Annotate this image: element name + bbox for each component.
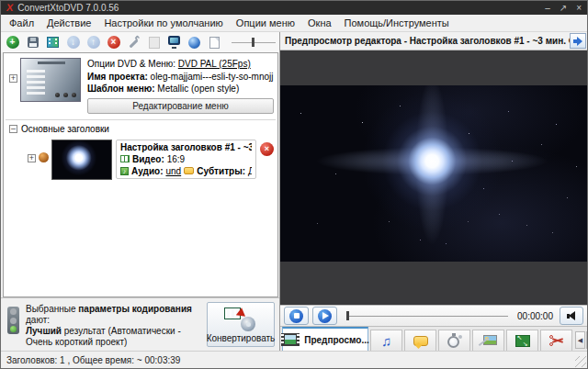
preview-panel: Предпросмотр редактора - Настройка загол… (279, 32, 587, 351)
title-heading: Настройка заголовков #1 - ~3 мин. Ф... (120, 141, 252, 153)
volume-button[interactable] (560, 307, 583, 325)
preview-monitor-button[interactable] (167, 36, 181, 50)
title-card: Настройка заголовков #1 - ~3 мин. Ф... В… (116, 140, 256, 179)
convert-button[interactable]: Конвертировать (207, 302, 275, 347)
zoom-slider[interactable] (232, 36, 276, 49)
editor-tabs: Предпросмо... ♫ ↖↘ ◀ ▶ (280, 326, 587, 351)
video-line: Видео: 16:9 (120, 153, 252, 165)
menu-bar: Файл Действие Настройки по умолчанию Опц… (1, 15, 587, 32)
tab-scroll-right-button[interactable]: ▶ (586, 331, 587, 349)
dvd-options-line: Опции DVD & Меню: DVD PAL (25Fps) (87, 59, 251, 69)
move-up-button[interactable]: ↑ (86, 36, 100, 50)
stop-button[interactable] (284, 307, 309, 325)
remove-icon: × (107, 36, 120, 49)
tab-audio[interactable]: ♫ (370, 330, 402, 351)
edit-menu-button[interactable]: Редактирование меню (87, 98, 274, 114)
paste-icon (149, 37, 160, 49)
project-name-line: Имя проекта: oleg-majjami---esli-ty-so-m… (87, 72, 274, 82)
video-frame (280, 85, 587, 262)
speaker-icon (566, 310, 577, 321)
minimize-button[interactable]: – (545, 4, 550, 13)
window-title: ConvertXtoDVD 7.0.0.56 (17, 3, 119, 13)
menu-file[interactable]: Файл (3, 16, 40, 30)
encoding-panel: Выбранные параметры кодирования дают: Лу… (1, 297, 279, 351)
delete-title-button[interactable]: × (260, 142, 274, 156)
resize-grip[interactable] (575, 356, 586, 367)
document-icon (209, 37, 220, 49)
status-bar: Заголовков: 1 , Общее время: ~ 00:03:39 (1, 351, 587, 368)
video-thumbnail[interactable] (51, 140, 112, 180)
stop-icon (289, 309, 303, 323)
tree-expander-title1[interactable]: + (28, 154, 36, 162)
tree-expander-titles[interactable]: – (9, 125, 17, 133)
log-button[interactable] (208, 36, 221, 50)
music-notes-icon: ♫ (381, 334, 391, 348)
menu-help-tools[interactable]: Помощь/Инструменты (338, 16, 456, 30)
remove-item-button[interactable]: × (107, 36, 120, 50)
web-button[interactable] (187, 36, 201, 50)
speech-bubble-icon (413, 336, 428, 346)
seek-handle[interactable] (346, 311, 349, 320)
titles-group-label: Основные заголовки (21, 124, 109, 134)
seek-bar[interactable] (346, 310, 508, 321)
down-arrow-icon: ↓ (67, 36, 80, 49)
status-text: Заголовков: 1 , Общее время: ~ 00:03:39 (6, 355, 180, 365)
dvd-format-link[interactable]: DVD PAL (25Fps) (178, 59, 251, 69)
menu-action[interactable]: Действие (40, 16, 97, 30)
resize-screen-icon: ↖↘ (515, 335, 530, 347)
app-window: X ConvertXtoDVD 7.0.0.56 – ↗ × Файл Дейс… (0, 0, 588, 369)
encoding-summary: Выбранные параметры кодирования дают: Лу… (26, 304, 192, 347)
video-settings-button[interactable] (46, 36, 60, 50)
menu-template-line: Шаблон меню: Metallic (open style) (87, 84, 239, 94)
tab-cut[interactable] (540, 330, 572, 351)
titles-group: – Основные заголовки (4, 123, 277, 136)
window-controls: – ↗ × (545, 4, 582, 13)
audio-icon: ♪ (120, 167, 129, 175)
add-file-button[interactable]: + (6, 36, 19, 50)
time-display: 00:00:00 (517, 311, 553, 321)
audio-subtitles-line: ♪ Аудио: und Субтитры: Добавит... (120, 165, 252, 177)
tab-subtitles[interactable] (404, 330, 436, 351)
maximize-button[interactable]: ↗ (560, 4, 567, 13)
dvd-title-icon (39, 152, 49, 162)
app-logo-icon: X (6, 3, 14, 13)
menu-windows[interactable]: Окна (301, 16, 338, 30)
main-content: + ↓ ↑ × + (1, 32, 587, 351)
blue-arrow-icon (573, 37, 582, 46)
tree-expander-project[interactable]: + (9, 74, 17, 83)
preview-header-text: Предпросмотр редактора - Настройка загол… (285, 36, 570, 46)
menu-template-thumbnail[interactable] (20, 58, 81, 102)
star-field (280, 85, 281, 86)
next-title-button[interactable] (570, 33, 586, 49)
tab-chapters[interactable] (438, 330, 470, 351)
tab-image-settings[interactable] (472, 330, 504, 351)
save-icon (28, 37, 39, 48)
menu-options[interactable]: Опции меню (230, 16, 301, 30)
add-icon: + (6, 36, 19, 49)
playback-controls: 00:00:00 (280, 305, 587, 326)
close-button[interactable]: × (576, 4, 582, 13)
tab-scroll-buttons: ◀ ▶ (575, 330, 587, 351)
zoom-slider-handle[interactable] (252, 38, 254, 47)
up-arrow-icon: ↑ (87, 36, 100, 49)
scissors-icon (549, 334, 564, 347)
subtitle-bubble-icon (184, 167, 194, 174)
save-project-button[interactable] (26, 36, 40, 50)
menu-default-settings[interactable]: Настройки по умолчанию (97, 16, 229, 30)
globe-icon (188, 37, 200, 49)
tab-scroll-left-button[interactable]: ◀ (575, 331, 585, 349)
tab-preview[interactable]: Предпросмо... (282, 327, 368, 351)
title-bar: X ConvertXtoDVD 7.0.0.56 – ↗ × (1, 1, 587, 15)
project-root-item: + Опции DVD & Меню: DVD PAL (25Fps) (4, 53, 277, 116)
project-tree: + Опции DVD & Меню: DVD PAL (25Fps) (3, 52, 278, 297)
play-button[interactable] (312, 307, 337, 325)
audio-track-link[interactable]: und (165, 165, 181, 177)
move-down-button[interactable]: ↓ (66, 36, 80, 50)
add-subtitles-link[interactable]: Добавит... (248, 165, 252, 177)
tab-resize[interactable]: ↖↘ (506, 330, 538, 351)
video-preview[interactable] (280, 50, 587, 305)
film-settings-icon (47, 37, 59, 48)
toolbar: + ↓ ↑ × (1, 32, 279, 52)
tab-preview-label: Предпросмо... (304, 335, 369, 345)
settings-button[interactable] (127, 36, 141, 50)
